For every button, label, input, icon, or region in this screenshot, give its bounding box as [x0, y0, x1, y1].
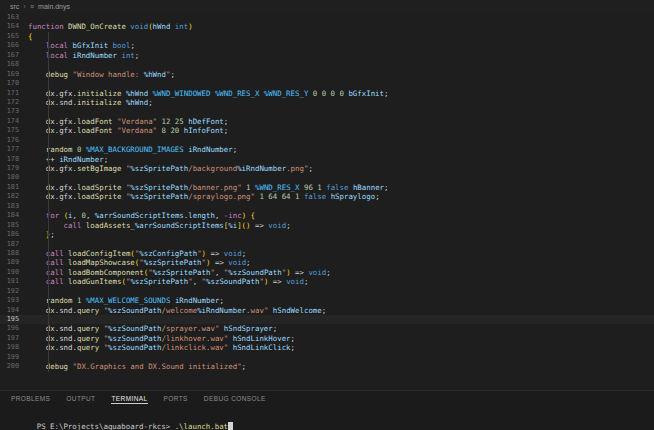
- code-line[interactable]: 189 call loadMapShowcase("%szSpritePath"…: [0, 258, 654, 267]
- code-line[interactable]: 167 local iRndNumber int;: [0, 51, 654, 60]
- code-line[interactable]: 175 dx.gfx.loadFont "Verdana" 8 20 hInfo…: [0, 126, 654, 135]
- line-number: 189: [0, 258, 28, 267]
- chevron-right-icon: ›: [23, 3, 26, 10]
- line-number: 185: [0, 221, 28, 230]
- bottom-panel: PROBLEMS OUTPUT TERMINAL PORTS DEBUG CON…: [0, 390, 654, 430]
- code-text: local iRndNumber int;: [28, 51, 139, 60]
- code-text: dx.gfx.initialize %hWnd %WND_WINDOWED %W…: [28, 89, 388, 98]
- code-line[interactable]: 182 dx.gfx.loadSprite "%szSpritePath/spr…: [0, 192, 654, 201]
- tab-ports[interactable]: PORTS: [164, 393, 188, 403]
- code-line[interactable]: 177 random 0 %MAX_BACKGROUND_IMAGES iRnd…: [0, 145, 654, 154]
- code-line[interactable]: 166 local bGfxInit bool;: [0, 41, 654, 50]
- code-editor[interactable]: 163164function DWND_OnCreate void(hWnd i…: [0, 13, 654, 390]
- code-line[interactable]: 165{: [0, 32, 654, 41]
- tab-problems[interactable]: PROBLEMS: [11, 393, 50, 403]
- code-line[interactable]: 163: [0, 13, 654, 22]
- code-line[interactable]: 194 dx.snd.query "%szSoundPath/welcome%i…: [0, 306, 654, 315]
- line-number: 200: [0, 362, 28, 371]
- line-number: 175: [0, 126, 28, 135]
- code-text: dx.gfx.setBgImage "%szSpritePath/backgro…: [28, 164, 313, 173]
- code-line[interactable]: 199: [0, 353, 654, 362]
- line-number: 187: [0, 240, 28, 249]
- line-number: 163: [0, 13, 28, 22]
- code-line[interactable]: 178 ++ iRndNumber;: [0, 155, 654, 164]
- line-number: 177: [0, 145, 28, 154]
- line-number: 181: [0, 183, 28, 192]
- line-number: 168: [0, 60, 28, 69]
- code-text: dx.snd.initialize %hWnd;: [28, 98, 153, 107]
- code-text: dx.snd.query "%szSoundPath/linkhover.wav…: [28, 334, 295, 343]
- code-line[interactable]: 164function DWND_OnCreate void(hWnd int): [0, 22, 654, 31]
- code-text: debug "DX.Graphics and DX.Sound initiali…: [28, 362, 246, 371]
- code-text: call loadAssets_%arrSoundScriptItems[%i]…: [28, 221, 291, 230]
- code-line[interactable]: 174 dx.gfx.loadFont "Verdana" 12 25 hDef…: [0, 117, 654, 126]
- tab-output[interactable]: OUTPUT: [66, 393, 95, 403]
- code-text: debug "Window handle: %hWnd";: [28, 70, 175, 79]
- code-line[interactable]: 192: [0, 287, 654, 296]
- code-text: };: [28, 230, 55, 239]
- code-line[interactable]: 186 };: [0, 230, 654, 239]
- code-line[interactable]: 181 dx.gfx.loadSprite "%szSpritePath/ban…: [0, 183, 654, 192]
- code-line[interactable]: 169 debug "Window handle: %hWnd";: [0, 70, 654, 79]
- code-line[interactable]: 197 dx.snd.query "%szSoundPath/linkhover…: [0, 334, 654, 343]
- line-number: 184: [0, 211, 28, 220]
- code-line[interactable]: 176: [0, 136, 654, 145]
- code-text: call loadConfigItem("%szConfigPath") => …: [28, 249, 246, 258]
- code-text: function DWND_OnCreate void(hWnd int): [28, 22, 193, 31]
- line-number: 178: [0, 155, 28, 164]
- line-number: 172: [0, 98, 28, 107]
- line-number: 170: [0, 79, 28, 88]
- breadcrumb-folder[interactable]: src: [10, 3, 19, 10]
- code-line[interactable]: 200 debug "DX.Graphics and DX.Sound init…: [0, 362, 654, 371]
- line-number: 186: [0, 230, 28, 239]
- line-number: 195: [0, 315, 28, 324]
- code-text: dx.gfx.loadSprite "%szSpritePath/spraylo…: [28, 192, 380, 201]
- code-line[interactable]: 180: [0, 173, 654, 182]
- breadcrumb-file[interactable]: main.dnys: [38, 3, 70, 10]
- line-number: 169: [0, 70, 28, 79]
- code-line[interactable]: 172 dx.snd.initialize %hWnd;: [0, 98, 654, 107]
- code-line[interactable]: 179 dx.gfx.setBgImage "%szSpritePath/bac…: [0, 164, 654, 173]
- line-number: 167: [0, 51, 28, 60]
- line-number: 194: [0, 306, 28, 315]
- code-text: {: [28, 32, 32, 41]
- line-number: 198: [0, 343, 28, 352]
- code-line[interactable]: 170: [0, 79, 654, 88]
- line-number: 196: [0, 324, 28, 333]
- code-line[interactable]: 190 call loadBombComponent("%szSpritePat…: [0, 268, 654, 277]
- code-line[interactable]: 191 call loadGunItems("%szSpritePath", "…: [0, 277, 654, 286]
- code-line[interactable]: 196 dx.snd.query "%szSoundPath/sprayer.w…: [0, 324, 654, 333]
- terminal-prompt: PS E:\Projects\aquaboard-rkcs>: [37, 422, 175, 430]
- line-number: 166: [0, 41, 28, 50]
- line-number: 173: [0, 107, 28, 116]
- line-number: 165: [0, 32, 28, 41]
- line-number: 193: [0, 296, 28, 305]
- code-text: dx.snd.query "%szSoundPath/welcome%iRndN…: [28, 306, 326, 315]
- code-line[interactable]: 198 dx.snd.query "%szSoundPath/linkclick…: [0, 343, 654, 352]
- code-line[interactable]: 173: [0, 107, 654, 116]
- code-line[interactable]: 184 for (i, 0, %arrSoundScriptItems.leng…: [0, 211, 654, 220]
- code-lines: 163164function DWND_OnCreate void(hWnd i…: [0, 13, 654, 372]
- indent-guide: [48, 32, 49, 372]
- code-text: local bGfxInit bool;: [28, 41, 135, 50]
- code-line[interactable]: 195: [0, 315, 654, 324]
- code-text: dx.snd.query "%szSoundPath/sprayer.wav" …: [28, 324, 277, 333]
- code-text: call loadMapShowcase("%szSpritePath") =>…: [28, 258, 251, 267]
- code-line[interactable]: 171 dx.gfx.initialize %hWnd %WND_WINDOWE…: [0, 89, 654, 98]
- tab-terminal[interactable]: TERMINAL: [111, 393, 147, 404]
- terminal[interactable]: PS E:\Projects\aquaboard-rkcs> .\launch.…: [0, 405, 654, 430]
- tab-debug-console[interactable]: DEBUG CONSOLE: [204, 393, 266, 403]
- code-line[interactable]: 187: [0, 240, 654, 249]
- terminal-command[interactable]: .\launch.bat: [175, 422, 228, 430]
- code-line[interactable]: 193 random 1 %MAX_WELCOME_SOUNDS iRndNum…: [0, 296, 654, 305]
- code-text: for (i, 0, %arrSoundScriptItems.length, …: [28, 211, 255, 220]
- code-line[interactable]: 183: [0, 202, 654, 211]
- line-number: 191: [0, 277, 28, 286]
- code-line[interactable]: 185 call loadAssets_%arrSoundScriptItems…: [0, 221, 654, 230]
- code-line[interactable]: 188 call loadConfigItem("%szConfigPath")…: [0, 249, 654, 258]
- code-text: dx.gfx.loadFont "Verdana" 12 25 hDefFont…: [28, 117, 228, 126]
- line-number: 190: [0, 268, 28, 277]
- code-line[interactable]: 168: [0, 60, 654, 69]
- line-number: 164: [0, 22, 28, 31]
- line-number: 174: [0, 117, 28, 126]
